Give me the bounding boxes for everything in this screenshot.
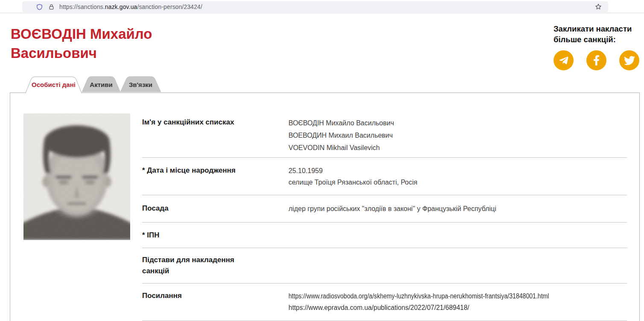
url-bar[interactable]: https://sanctions.nazk.gov.ua/sanction-p…	[22, 1, 608, 12]
shield-icon[interactable]	[36, 3, 43, 11]
url-domain: nazk.gov.ua	[105, 3, 137, 10]
profile-table: Ім'я у санкційних списках ВОЄВОДІН Михай…	[142, 93, 627, 321]
telegram-share-button[interactable]	[554, 50, 574, 70]
share-panel: Закликати накласти більше санкцій:	[554, 23, 639, 70]
birth-place: селище Троїця Рязанської області, Росія	[288, 176, 627, 188]
facebook-share-button[interactable]	[586, 50, 606, 70]
row-values	[288, 254, 627, 277]
share-label: Закликати накласти більше санкцій:	[554, 23, 639, 45]
content-panel: Ім'я у санкційних списках ВОЄВОДІН Михай…	[10, 93, 640, 321]
row-label: * ІПН	[142, 230, 242, 241]
reference-link[interactable]: https://www.epravda.com.ua/publications/…	[288, 302, 617, 313]
row-values: 25.10.1959 селище Троїця Рязанської обла…	[288, 165, 627, 188]
url-text: https://sanctions.nazk.gov.ua/sanction-p…	[59, 3, 202, 10]
url-prefix: https://sanctions.	[59, 3, 105, 10]
telegram-icon	[559, 55, 569, 66]
table-row-position: Посада лідер групи російських "злодіїв в…	[142, 195, 627, 223]
share-icons	[554, 50, 639, 70]
person-photo-image	[23, 113, 130, 240]
position-value: лідер групи російських "злодіїв в законі…	[288, 203, 627, 214]
row-label: Посада	[142, 203, 242, 214]
row-values	[288, 230, 627, 241]
row-label: Ім'я у санкційних списках	[142, 117, 242, 154]
table-row-birth: * Дата і місце народження 25.10.1959 сел…	[142, 158, 627, 195]
name-variant: ВОЕВОДИН Михаил Васильевич	[288, 129, 627, 142]
name-variant: VOEVODIN Mikhail Vasilevich	[288, 142, 627, 154]
tab-bar: Особисті дані Активи Зв'язки	[25, 76, 161, 93]
row-label: * Дата і місце народження	[142, 165, 242, 188]
tab-assets[interactable]: Активи	[82, 76, 120, 93]
facebook-icon	[593, 55, 600, 66]
browser-chrome: https://sanctions.nazk.gov.ua/sanction-p…	[0, 0, 644, 13]
reference-link[interactable]: https://www.radiosvoboda.org/a/skhemy-lu…	[288, 290, 586, 302]
star-icon[interactable]	[594, 3, 602, 12]
table-row-ipn: * ІПН	[142, 223, 627, 248]
name-variant: ВОЄВОДІН Михайло Васильович	[288, 117, 627, 129]
person-photo	[23, 113, 130, 240]
twitter-icon	[624, 55, 635, 66]
table-row-name: Ім'я у санкційних списках ВОЄВОДІН Михай…	[142, 93, 627, 158]
twitter-share-button[interactable]	[619, 50, 639, 70]
row-values: https://www.radiosvoboda.org/a/skhemy-lu…	[288, 290, 627, 313]
row-label: Посилання	[142, 290, 242, 313]
url-path: /sanction-person/23424/	[137, 3, 202, 10]
tab-personal-data[interactable]: Особисті дані	[25, 76, 82, 93]
lock-icon[interactable]	[48, 4, 55, 10]
tab-label: Особисті дані	[25, 76, 82, 93]
row-values: лідер групи російських "злодіїв в законі…	[288, 203, 627, 214]
tab-label: Активи	[82, 76, 120, 93]
row-values: ВОЄВОДІН Михайло Васильович ВОЕВОДИН Мих…	[288, 117, 627, 154]
tab-label: Зв'язки	[120, 76, 161, 93]
table-row-references: Посилання https://www.radiosvoboda.org/a…	[142, 283, 627, 321]
birth-date: 25.10.1959	[288, 165, 627, 176]
page-title: ВОЄВОДІН Михайло Васильович	[11, 24, 211, 63]
tab-connections[interactable]: Зв'язки	[120, 76, 161, 93]
row-label: Підстави для накладення санкцій	[142, 254, 242, 277]
table-row-grounds: Підстави для накладення санкцій	[142, 248, 627, 283]
